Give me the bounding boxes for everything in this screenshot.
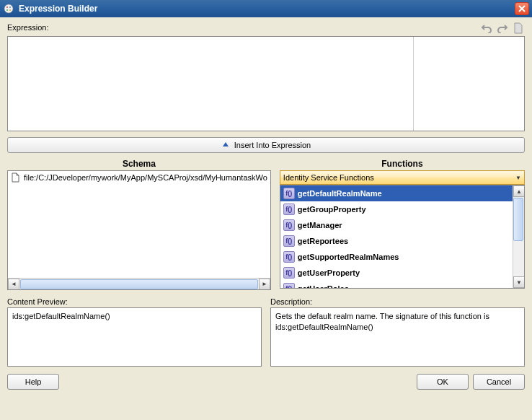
function-name: getSupportedRealmNames <box>298 253 399 261</box>
function-name: getUserProperty <box>298 268 360 277</box>
functions-category-value: Identity Service Functions <box>283 173 374 182</box>
function-icon: f() <box>283 235 295 247</box>
function-item-getGroupProperty[interactable]: f()getGroupProperty <box>280 201 524 217</box>
schema-column: Schema file:/C:/JDeveloper/mywork/MyApp/… <box>7 157 271 290</box>
function-icon: f() <box>283 188 295 199</box>
schema-file-path: file:/C:/JDeveloper/mywork/MyApp/MySCAPr… <box>24 173 267 182</box>
scroll-left-arrow[interactable]: ◄ <box>8 279 19 290</box>
schema-tree[interactable]: file:/C:/JDeveloper/mywork/MyApp/MySCAPr… <box>7 170 271 290</box>
schema-file-item[interactable]: file:/C:/JDeveloper/mywork/MyApp/MySCAPr… <box>8 171 270 184</box>
ok-button[interactable]: OK <box>417 374 469 390</box>
function-name: getManager <box>298 221 342 229</box>
scroll-thumb-horizontal[interactable] <box>20 279 258 289</box>
function-item-getManager[interactable]: f()getManager <box>280 217 524 233</box>
functions-header: Functions <box>280 157 525 170</box>
svg-point-4 <box>9 9 11 11</box>
functions-list[interactable]: f()getDefaultRealmNamef()getGroupPropert… <box>280 185 525 289</box>
bottom-row: Content Preview: ids:getDefaultRealmName… <box>7 297 525 367</box>
functions-vertical-scrollbar[interactable]: ▲ ▼ <box>513 185 524 288</box>
expression-label: Expression: <box>7 23 48 32</box>
mid-row: Schema file:/C:/JDeveloper/mywork/MyApp/… <box>7 157 525 290</box>
button-row: Help OK Cancel <box>7 374 525 390</box>
undo-icon[interactable] <box>480 22 493 35</box>
svg-point-0 <box>4 4 13 13</box>
description-text: Gets the default realm name. The signatu… <box>275 312 489 331</box>
svg-point-1 <box>6 6 8 8</box>
expression-input[interactable] <box>7 36 525 131</box>
function-item-getUserRoles[interactable]: f()getUserRoles <box>280 281 524 289</box>
function-item-getDefaultRealmName[interactable]: f()getDefaultRealmName <box>280 185 524 201</box>
description-label: Description: <box>270 297 525 306</box>
dropdown-arrow-icon: ▼ <box>515 175 521 181</box>
button-group-right: OK Cancel <box>417 374 525 390</box>
file-icon <box>11 172 21 183</box>
content-preview-text: ids:getDefaultRealmName() <box>12 312 110 320</box>
titlebar: Expression Builder <box>0 0 532 17</box>
svg-point-2 <box>9 6 11 8</box>
description-box: Gets the default realm name. The signatu… <box>270 307 525 367</box>
function-name: getGroupProperty <box>298 205 366 214</box>
content-preview-box: ids:getDefaultRealmName() <box>7 307 262 367</box>
help-button[interactable]: Help <box>7 374 59 390</box>
function-item-getReportees[interactable]: f()getReportees <box>280 233 524 249</box>
insert-into-expression-button[interactable]: Insert Into Expression <box>7 137 525 153</box>
function-icon: f() <box>283 251 295 263</box>
function-item-getSupportedRealmNames[interactable]: f()getSupportedRealmNames <box>280 249 524 265</box>
functions-column: Functions Identity Service Functions ▼ f… <box>280 157 525 290</box>
function-name: getReportees <box>298 237 348 245</box>
scroll-right-arrow[interactable]: ► <box>259 279 270 290</box>
toolbar-row: Expression: <box>7 22 525 35</box>
expression-main-area[interactable] <box>8 37 413 131</box>
description-column: Description: Gets the default realm name… <box>270 297 525 367</box>
content-preview-column: Content Preview: ids:getDefaultRealmName… <box>7 297 262 367</box>
redo-icon[interactable] <box>496 22 509 35</box>
scroll-thumb-vertical[interactable] <box>513 198 523 241</box>
insert-button-label: Insert Into Expression <box>234 141 311 149</box>
function-icon: f() <box>283 219 295 231</box>
toolbar-icons <box>480 22 525 35</box>
functions-category-select[interactable]: Identity Service Functions ▼ <box>280 170 525 185</box>
svg-point-3 <box>6 9 8 11</box>
insert-up-arrow-icon <box>221 141 230 149</box>
function-name: getUserRoles <box>298 284 349 289</box>
function-icon: f() <box>283 267 295 279</box>
scroll-down-arrow[interactable]: ▼ <box>513 276 525 288</box>
content-preview-label: Content Preview: <box>7 297 262 306</box>
cancel-button[interactable]: Cancel <box>473 374 525 390</box>
scroll-track <box>513 242 524 276</box>
app-icon <box>3 3 14 14</box>
scroll-up-arrow[interactable]: ▲ <box>513 185 525 197</box>
close-button[interactable] <box>515 2 529 15</box>
function-icon: f() <box>283 204 295 215</box>
schema-header: Schema <box>7 157 271 170</box>
expression-side-panel <box>413 37 524 131</box>
function-name: getDefaultRealmName <box>298 189 382 198</box>
content-area: Expression: Inse <box>0 17 532 420</box>
schema-horizontal-scrollbar[interactable]: ◄ ► <box>8 278 270 289</box>
window-title: Expression Builder <box>19 4 515 14</box>
function-icon: f() <box>283 283 295 289</box>
document-icon[interactable] <box>512 22 525 35</box>
function-item-getUserProperty[interactable]: f()getUserProperty <box>280 265 524 281</box>
